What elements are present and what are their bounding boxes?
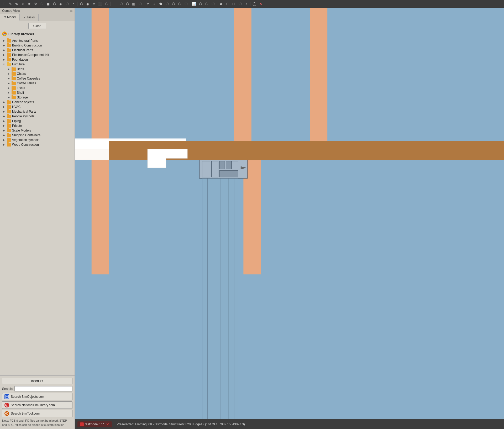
folder-icon — [7, 134, 11, 137]
tree-label-shipping-containers: Shipping Containers — [12, 133, 72, 137]
tab-tasks[interactable]: ✓ Tasks — [20, 14, 39, 21]
toolbar-icon-17[interactable]: ⬡ — [104, 1, 109, 7]
tree-item-architectural-parts[interactable]: ▶ Architectural Parts — [1, 38, 74, 43]
toolbar-icon-12[interactable]: • — [70, 1, 76, 7]
tree-label-wood-construction: Wood Construction — [12, 143, 72, 147]
tree-item-coffee-capsules[interactable]: ▶ Coffee Capsules — [6, 76, 74, 81]
toolbar-icon-8[interactable]: ▣ — [45, 1, 51, 7]
svg-rect-11 — [92, 160, 109, 275]
toolbar-icon-18[interactable]: — — [112, 1, 118, 7]
arrow-icon: ▶ — [2, 100, 6, 104]
arrow-icon: ▶ — [2, 119, 6, 123]
tree-item-piping[interactable]: ▶ Piping — [1, 119, 74, 123]
tree-item-foundation[interactable]: ▶ Foundation — [1, 57, 74, 62]
folder-icon — [7, 101, 11, 104]
status-tab-close-icon[interactable]: ✕ — [106, 422, 109, 426]
toolbar-icon-9[interactable]: ⬡ — [51, 1, 57, 7]
toolbar-icon-30[interactable]: 📊 — [191, 1, 197, 7]
folder-icon — [7, 53, 11, 57]
tree-item-shipping-containers[interactable]: ▶ Shipping Containers — [1, 133, 74, 138]
toolbar-icon-33[interactable]: ⬡ — [210, 1, 216, 7]
main-toolbar[interactable]: ⊞ ✎ ⟲ ○ ↺ ↻ ⬡ ▣ ⬡ ◈ ⬡ • ⬡ ◉ ✏ ⬛ ⬡ — ⬡ ⬡ … — [0, 0, 504, 8]
toolbar-icon-14[interactable]: ◉ — [85, 1, 91, 7]
insert-button[interactable]: Insert >> — [2, 378, 72, 384]
folder-icon-open — [7, 63, 11, 66]
toolbar-icon-13[interactable]: ⬡ — [78, 1, 84, 7]
tree-label-foundation: Foundation — [12, 58, 72, 61]
toolbar-sep-3 — [144, 2, 144, 6]
library-tree: ▶ Architectural Parts ▶ Building Constru… — [1, 38, 74, 147]
search-bimobjects-button[interactable]: Search BimObjects.com — [2, 393, 72, 400]
toolbar-icon-34[interactable]: ⊡ — [231, 1, 237, 7]
toolbar-icon-close[interactable]: ✕ — [258, 1, 264, 7]
toolbar-icon-5[interactable]: ↺ — [26, 1, 32, 7]
toolbar-icon-26[interactable]: ⬡ — [164, 1, 170, 7]
tree-label-vegetation-symbols: Vegetation symbols — [12, 138, 72, 142]
arrow-icon: ▶ — [7, 81, 10, 85]
toolbar-icon-6[interactable]: ↻ — [33, 1, 38, 7]
tab-model[interactable]: ⊞ Model — [0, 14, 20, 21]
toolbar-icon-20[interactable]: ⬡ — [124, 1, 130, 7]
toolbar-icon-11[interactable]: ⬡ — [64, 1, 70, 7]
toolbar-icon-4[interactable]: ○ — [20, 1, 26, 7]
search-bimtool-button[interactable]: Search BimTool.com — [2, 410, 72, 417]
tree-label-mechanical-parts: Mechanical Parts — [12, 110, 72, 113]
tree-item-mechanical-parts[interactable]: ▶ Mechanical Parts — [1, 109, 74, 114]
tree-item-people-symbols[interactable]: ▶ People symbols — [1, 114, 74, 119]
tree-item-building-construction[interactable]: ▶ Building Construction — [1, 43, 74, 48]
tree-label-electronics-components-kit: ElectronicsComponentsKit — [12, 53, 72, 57]
toolbar-icon-24[interactable]: ⬦ — [151, 1, 157, 7]
pin-button[interactable]: ▭ — [70, 9, 72, 13]
folder-icon — [12, 67, 16, 71]
toolbar-icon-10[interactable]: ◈ — [58, 1, 64, 7]
toolbar-icon-a[interactable]: A — [218, 1, 224, 7]
tree-item-coffee-tables[interactable]: ▶ Coffee Tables — [6, 81, 74, 86]
tree-item-vegetation-symbols[interactable]: ▶ Vegetation symbols — [1, 138, 74, 142]
search-input[interactable] — [14, 386, 72, 391]
toolbar-icon-22[interactable]: ⬡ — [137, 1, 143, 7]
tree-item-hvac[interactable]: ▶ HVAC — [1, 104, 74, 109]
toolbar-icon-28[interactable]: ⬡ — [177, 1, 182, 7]
toolbar-icon-7[interactable]: ⬡ — [39, 1, 45, 7]
tree-item-storage[interactable]: ▶ Storage — [6, 95, 74, 100]
search-national-bim-button[interactable]: Search NationalBimLibrary.com — [2, 401, 72, 409]
toolbar-icon-29[interactable]: ⬡ — [183, 1, 189, 7]
tree-item-electronics-components-kit[interactable]: ▶ ElectronicsComponentsKit — [1, 53, 74, 57]
tree-item-private[interactable]: ▶ Private — [1, 123, 74, 128]
toolbar-icon-3[interactable]: ⟲ — [14, 1, 19, 7]
tree-item-chairs[interactable]: ▶ Chairs — [6, 71, 74, 76]
toolbar-icon-31[interactable]: ⬡ — [197, 1, 203, 7]
toolbar-icon-16[interactable]: ⬛ — [97, 1, 103, 7]
tree-item-scale-models[interactable]: ▶ Scale Models — [1, 128, 74, 133]
toolbar-icon-35[interactable]: ⬡ — [237, 1, 243, 7]
viewport[interactable]: testmodel : 1* ✕ Preselected: Framing068… — [75, 8, 504, 429]
toolbar-icon-23[interactable]: ✂ — [145, 1, 151, 7]
toolbar-icon-27[interactable]: ⬡ — [170, 1, 176, 7]
toolbar-icon-25[interactable]: ⬟ — [158, 1, 164, 7]
tree-item-beds[interactable]: ▶ Beds — [6, 67, 74, 71]
toolbar-sep-5 — [217, 2, 217, 6]
toolbar-icon-32[interactable]: ⬡ — [204, 1, 209, 7]
close-button[interactable]: Close — [28, 23, 46, 29]
toolbar-icon-21[interactable]: ▦ — [131, 1, 136, 7]
status-tab[interactable]: testmodel : 1* ✕ — [77, 421, 112, 427]
tree-label-coffee-tables: Coffee Tables — [17, 81, 72, 85]
arrow-icon: ▶ — [2, 138, 6, 142]
tree-item-generic-objects[interactable]: ▶ Generic objects — [1, 100, 74, 104]
tree-item-locks[interactable]: ▶ Locks — [6, 86, 74, 90]
tree-item-electrical-parts[interactable]: ▶ Electrical Parts — [1, 48, 74, 53]
toolbar-icon-36[interactable]: ↕ — [243, 1, 249, 7]
toolbar-icon-2[interactable]: ✎ — [7, 1, 13, 7]
toolbar-icon-s[interactable]: S — [224, 1, 230, 7]
canvas-area[interactable]: testmodel : 1* ✕ Preselected: Framing068… — [75, 8, 504, 429]
arrow-icon: ▶ — [7, 77, 10, 80]
tree-item-furniture[interactable]: ▼ Furniture — [1, 62, 74, 67]
tree-item-shelf[interactable]: ▶ Shelf — [6, 90, 74, 95]
toolbar-icon-37[interactable]: ◯ — [251, 1, 257, 7]
toolbar-sep-6 — [250, 2, 250, 6]
toolbar-icon-19[interactable]: ⬡ — [118, 1, 124, 7]
tree-item-wood-construction[interactable]: ▶ Wood Construction — [1, 142, 74, 147]
toolbar-icon-1[interactable]: ⊞ — [1, 1, 7, 7]
folder-icon — [12, 96, 16, 99]
toolbar-icon-15[interactable]: ✏ — [91, 1, 97, 7]
